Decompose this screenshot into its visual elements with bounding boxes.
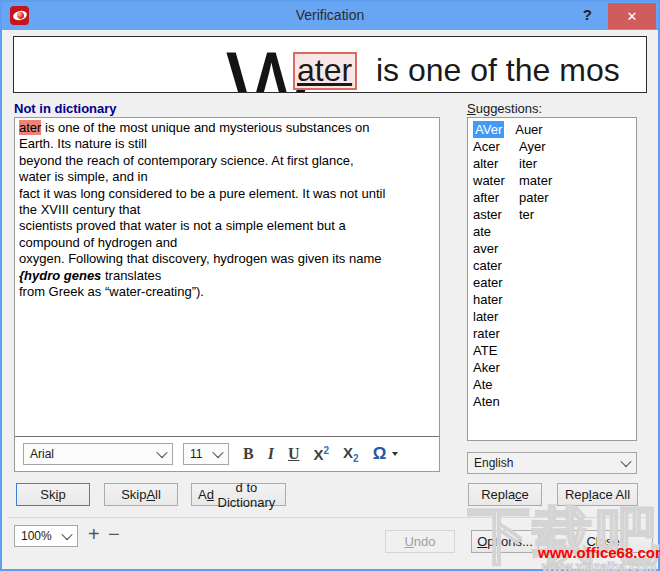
options-button[interactable]: Options... (471, 530, 539, 553)
symbol-button[interactable]: Ω (373, 444, 399, 464)
add-to-dictionary-button[interactable]: Add to Dictionary (191, 483, 286, 506)
help-icon[interactable]: ? (583, 6, 592, 23)
text-line-rest: translates (101, 268, 161, 283)
suggestion-item[interactable]: aver (473, 240, 514, 257)
watermark-site-gray: www.xiazaiba.com (542, 559, 656, 571)
suggestion-item[interactable]: iter (519, 155, 537, 172)
font-size-select[interactable]: 11 (183, 443, 229, 465)
text-line: beyond the reach of contemporary science… (19, 153, 435, 169)
suggestion-item[interactable]: cater (473, 257, 514, 274)
close-button[interactable]: Close (553, 530, 653, 553)
suggestion-row: later (468, 308, 636, 325)
suggestion-item[interactable]: pater (519, 189, 549, 206)
suggestion-item[interactable]: Auer (515, 121, 542, 138)
replace-all-button[interactable]: Replace All (557, 483, 638, 506)
suggestion-row: asterter (468, 206, 636, 223)
bold-italic-phrase: {hydro genes (19, 268, 101, 283)
superscript-exponent: 2 (323, 445, 329, 456)
font-size-value: 11 (190, 447, 202, 461)
superscript-button[interactable]: X2 (313, 445, 329, 463)
verification-dialog: Verification ? ✕ W ater is one of the mo… (0, 0, 660, 571)
suggestion-row: Aker (468, 359, 636, 376)
scan-preview-pane: W ater is one of the mos (13, 36, 647, 93)
suggestion-row: alteriter (468, 155, 636, 172)
chevron-down-icon (61, 529, 72, 540)
skip-all-button[interactable]: Skip All (104, 483, 178, 506)
italic-button[interactable]: I (268, 445, 274, 463)
close-icon[interactable]: ✕ (608, 3, 656, 29)
suggestion-item[interactable]: water (473, 172, 514, 189)
suggestion-item[interactable]: alter (473, 155, 514, 172)
omega-icon: Ω (373, 444, 387, 464)
superscript-base: X (313, 446, 323, 463)
language-select[interactable]: English (467, 452, 637, 474)
bold-button[interactable]: B (243, 445, 254, 463)
suggestion-item[interactable]: ate (473, 223, 514, 240)
titlebar: Verification ? ✕ (2, 2, 658, 30)
suggestion-row: cater (468, 257, 636, 274)
suggestion-row: ATE (468, 342, 636, 359)
suggestion-row: Aten (468, 393, 636, 410)
recognized-text-area[interactable]: ater is one of the most unique and myste… (15, 118, 439, 436)
text-line-rest: is one of the most unique and mysterious… (41, 120, 369, 135)
suggestion-item[interactable]: ATE (473, 342, 514, 359)
suggestion-item[interactable]: after (473, 189, 514, 206)
underline-button[interactable]: U (288, 445, 300, 463)
text-line: water is simple, and in (19, 169, 435, 185)
suggestion-item[interactable]: rater (473, 325, 514, 342)
suggestion-item[interactable]: mater (519, 172, 552, 189)
text-line: compound of hydrogen and (19, 235, 435, 251)
suggestions-label: Suggestions: (467, 101, 542, 116)
suggestion-item[interactable]: eater (473, 274, 514, 291)
suggestion-item[interactable]: hater (473, 291, 514, 308)
text-line: Earth. Its nature is still (19, 136, 435, 152)
suggestions-list[interactable]: AVerAuer AcerAyer alteriter watermater a… (467, 117, 637, 441)
footer-separator (7, 517, 653, 518)
text-line: oxygen. Following that discovery, hydrog… (19, 251, 435, 267)
text-line: fact it was long considered to be a pure… (19, 186, 435, 202)
text-line: {hydro genes translates (19, 268, 435, 284)
font-family-select[interactable]: Arial (23, 443, 173, 465)
suggestion-row: AcerAyer (468, 138, 636, 155)
zoom-out-icon[interactable]: − (108, 523, 120, 546)
suggestion-row: watermater (468, 172, 636, 189)
suggestion-item[interactable]: aster (473, 206, 514, 223)
chevron-down-icon (212, 447, 223, 458)
misspelled-word-highlight: ater (19, 120, 41, 135)
preview-rest-text: is one of the mos (376, 54, 620, 86)
dropdown-caret-icon (392, 452, 398, 456)
language-value: English (474, 456, 513, 470)
suggestion-item[interactable]: Ayer (519, 138, 546, 155)
text-line: ater is one of the most unique and myste… (19, 120, 435, 136)
subscript-button[interactable]: X2 (343, 444, 359, 464)
suggestion-item-selected[interactable]: AVer (473, 121, 504, 138)
suggestion-item[interactable]: Aten (473, 393, 514, 410)
format-toolbar: Arial 11 B I U X2 X2 Ω (15, 436, 439, 471)
chevron-down-icon (156, 447, 167, 458)
zoom-in-icon[interactable]: + (88, 523, 100, 546)
suggestion-item[interactable]: ter (519, 206, 534, 223)
suggestion-row: hater (468, 291, 636, 308)
text-line: from Greek as “water-creating”). (19, 284, 435, 300)
window-title: Verification (2, 7, 658, 23)
skip-button[interactable]: Skip (16, 483, 90, 506)
suggestion-row: aver (468, 240, 636, 257)
zoom-level-select[interactable]: 100% (14, 525, 78, 547)
chevron-down-icon (620, 456, 631, 467)
suggestion-item[interactable]: Aker (473, 359, 514, 376)
suggestion-row: eater (468, 274, 636, 291)
suggestion-row: ate (468, 223, 636, 240)
undo-button[interactable]: Undo (385, 530, 455, 553)
suggestion-row: AVerAuer (468, 121, 636, 138)
suggestion-row: afterpater (468, 189, 636, 206)
suggestion-item[interactable]: later (473, 308, 514, 325)
suggestion-row: Ate (468, 376, 636, 393)
suggestion-item[interactable]: Acer (473, 138, 514, 155)
suggestion-item[interactable]: Ate (473, 376, 514, 393)
subscript-index: 2 (353, 453, 359, 464)
subscript-base: X (343, 444, 353, 461)
zoom-level-value: 100% (21, 529, 52, 543)
replace-button[interactable]: Replace (468, 483, 542, 506)
editor-panel: ater is one of the most unique and myste… (14, 117, 440, 472)
not-in-dictionary-label: Not in dictionary (14, 101, 117, 116)
